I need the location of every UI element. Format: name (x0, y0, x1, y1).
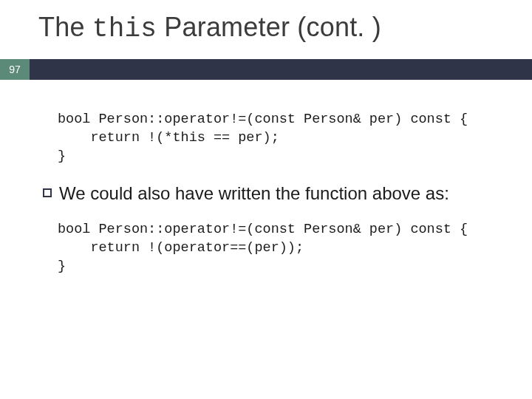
bullet-row: We could also have written the function … (43, 183, 508, 205)
slide-content: bool Person::operator!=(const Person& pe… (58, 111, 508, 293)
slide: The this Parameter (cont. ) 97 bool Pers… (0, 0, 532, 399)
page-number-badge: 97 (0, 59, 30, 80)
title-mono: this (92, 14, 157, 44)
square-bullet-icon (43, 188, 52, 197)
header-dark-bar (30, 59, 532, 80)
bullet-text: We could also have written the function … (59, 183, 449, 205)
slide-title: The this Parameter (cont. ) (38, 12, 381, 44)
title-pre: The (38, 12, 92, 42)
title-post: Parameter (cont. ) (157, 12, 381, 42)
code-block-1: bool Person::operator!=(const Person& pe… (58, 111, 508, 166)
code-block-2: bool Person::operator!=(const Person& pe… (58, 221, 508, 276)
header-bar: 97 (0, 59, 532, 80)
